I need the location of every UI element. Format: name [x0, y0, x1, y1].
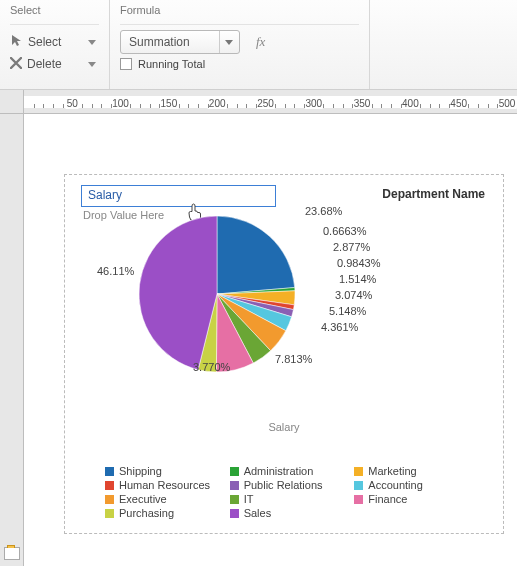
swatch-icon: [230, 509, 239, 518]
legend-label: Public Relations: [244, 479, 323, 491]
label-purchasing: 3.770%: [193, 361, 230, 373]
legend-label: Executive: [119, 493, 167, 505]
legend-item[interactable]: IT: [230, 493, 351, 505]
fx-button[interactable]: fx: [256, 34, 265, 50]
delete-dropdown[interactable]: [85, 57, 99, 71]
formula-dropdown-icon[interactable]: [219, 31, 237, 53]
ruler-tick-label: 500: [498, 98, 517, 109]
ruler-tick-label: 100: [111, 98, 130, 109]
swatch-icon: [105, 495, 114, 504]
swatch-icon: [230, 495, 239, 504]
section-icon[interactable]: [4, 547, 20, 560]
value-field-slot[interactable]: Salary: [81, 185, 276, 207]
ruler-tick-label: 350: [353, 98, 372, 109]
ruler-tick-label: 150: [160, 98, 179, 109]
legend-item[interactable]: Finance: [354, 493, 475, 505]
label-marketing: 2.877%: [333, 241, 370, 253]
legend-label: Accounting: [368, 479, 422, 491]
swatch-icon: [105, 481, 114, 490]
legend-label: Sales: [244, 507, 272, 519]
legend-item[interactable]: Accounting: [354, 479, 475, 491]
design-surface[interactable]: Salary Drop Value Here Department Name S…: [24, 114, 517, 566]
swatch-icon: [230, 467, 239, 476]
select-group-title: Select: [10, 4, 99, 25]
select-label: Select: [28, 35, 61, 49]
ruler-tick-label: 50: [66, 98, 79, 109]
ruler-tick-label: 250: [256, 98, 275, 109]
formula-group: Formula Summation fx Running Total: [110, 0, 370, 89]
pie-slice[interactable]: [217, 216, 295, 294]
ruler-tick-label: 200: [208, 98, 227, 109]
label-hr: 0.9843%: [337, 257, 380, 269]
select-group: Select Select Delete: [0, 0, 110, 89]
select-button[interactable]: Select: [10, 34, 99, 50]
running-total-checkbox[interactable]: [120, 58, 132, 70]
delete-icon: [10, 57, 22, 72]
canvas: Salary Drop Value Here Department Name S…: [0, 114, 517, 566]
swatch-icon: [230, 481, 239, 490]
label-accounting: 3.074%: [335, 289, 372, 301]
running-total-label: Running Total: [138, 58, 205, 70]
label-sales: 46.11%: [97, 265, 134, 277]
legend-label: Finance: [368, 493, 407, 505]
legend-item[interactable]: Shipping: [105, 465, 226, 477]
swatch-icon: [105, 509, 114, 518]
cursor-icon: [10, 34, 23, 50]
formula-combo[interactable]: Summation: [120, 30, 240, 54]
label-executive: 5.148%: [329, 305, 366, 317]
axis-title: Salary: [268, 421, 299, 433]
legend-item[interactable]: Purchasing: [105, 507, 226, 519]
legend-item[interactable]: Executive: [105, 493, 226, 505]
label-admin: 0.6663%: [323, 225, 366, 237]
swatch-icon: [354, 467, 363, 476]
legend-item[interactable]: Administration: [230, 465, 351, 477]
legend-label: Human Resources: [119, 479, 210, 491]
label-finance: 7.813%: [275, 353, 312, 365]
label-pr: 1.514%: [339, 273, 376, 285]
vertical-gutter: [0, 114, 24, 566]
swatch-icon: [354, 481, 363, 490]
swatch-icon: [354, 495, 363, 504]
value-field-text: Salary: [88, 188, 122, 202]
legend-label: Shipping: [119, 465, 162, 477]
legend-label: IT: [244, 493, 254, 505]
ruler-tick-label: 300: [304, 98, 323, 109]
chart-frame[interactable]: Salary Drop Value Here Department Name S…: [64, 174, 504, 534]
ruler-strip[interactable]: 50100150200250300350400450500: [24, 96, 517, 108]
delete-button[interactable]: Delete: [10, 57, 99, 72]
ruler-tick-label: 400: [401, 98, 420, 109]
formula-value: Summation: [129, 35, 190, 49]
legend-label: Purchasing: [119, 507, 174, 519]
legend-item[interactable]: Public Relations: [230, 479, 351, 491]
legend-item[interactable]: Sales: [230, 507, 351, 519]
ruler: 50100150200250300350400450500: [0, 90, 517, 114]
legend-label: Marketing: [368, 465, 416, 477]
swatch-icon: [105, 467, 114, 476]
legend-item[interactable]: Human Resources: [105, 479, 226, 491]
legend: Shipping Administration Marketing Human …: [105, 465, 475, 519]
delete-label: Delete: [27, 57, 62, 71]
formula-group-title: Formula: [120, 4, 359, 25]
column-title: Department Name: [382, 187, 485, 201]
ruler-corner: [0, 90, 24, 113]
legend-item[interactable]: Marketing: [354, 465, 475, 477]
label-shipping: 23.68%: [305, 205, 342, 217]
ruler-tick-label: 450: [449, 98, 468, 109]
select-dropdown[interactable]: [85, 35, 99, 49]
label-it: 4.361%: [321, 321, 358, 333]
legend-label: Administration: [244, 465, 314, 477]
pie-chart[interactable]: [137, 214, 297, 374]
ribbon: Select Select Delete: [0, 0, 517, 90]
